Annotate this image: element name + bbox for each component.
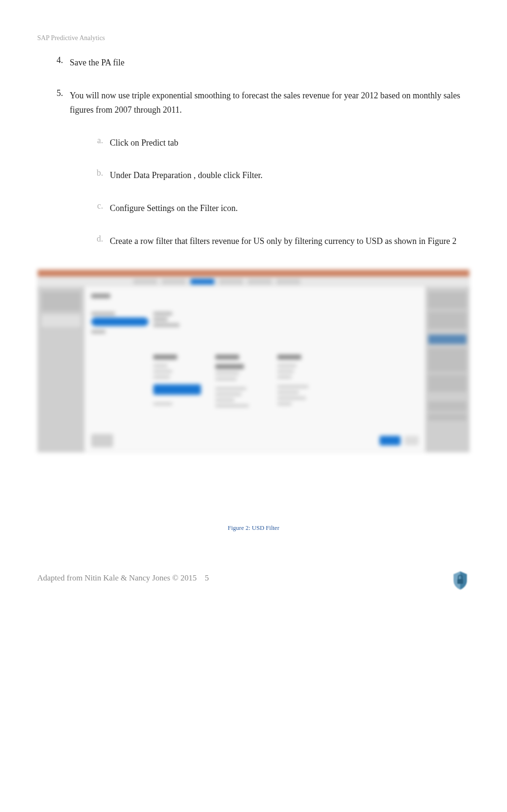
header-label: SAP Predictive Analytics (37, 34, 470, 42)
window-titlebar (38, 270, 469, 276)
col-line (215, 404, 249, 407)
tab[interactable] (248, 279, 272, 285)
svg-rect-0 (457, 579, 463, 584)
col-line (215, 372, 239, 375)
col-line (277, 402, 292, 405)
step-text: You will now use triple exponential smoo… (70, 88, 470, 117)
col-line (277, 391, 299, 394)
footer-credit: Adapted from Nitin Kale & Nancy Jones © … (37, 573, 209, 582)
text-line (91, 312, 115, 316)
text-line (153, 323, 180, 327)
col-line (277, 370, 294, 373)
app-tabs (38, 276, 469, 287)
col-line (153, 370, 172, 373)
panel-block[interactable] (428, 375, 466, 392)
panel-block[interactable] (428, 312, 466, 329)
figure-2-container: Figure 2: USD Filter (37, 269, 470, 532)
cancel-button[interactable] (404, 436, 419, 445)
col-head (153, 355, 177, 359)
dialog-footer (91, 434, 419, 447)
sub-step-b: b. Under Data Preparation , double click… (94, 168, 470, 183)
footer-control[interactable] (91, 434, 113, 447)
ok-button[interactable] (380, 436, 401, 445)
shield-icon (451, 570, 470, 591)
sub-list: a. Click on Predict tab b. Under Data Pr… (70, 136, 470, 248)
page-footer: Adapted from Nitin Kale & Nancy Jones © … (37, 567, 470, 583)
col-line (277, 364, 296, 367)
col-line (215, 387, 246, 390)
text-line (91, 330, 106, 334)
col-line (277, 385, 308, 388)
col-line (153, 376, 170, 379)
col-line (153, 364, 168, 367)
panel-block[interactable] (428, 414, 466, 421)
panel-block[interactable] (428, 292, 466, 309)
panel-block[interactable] (428, 335, 466, 344)
sub-text: Under Data Preparation , double click Fi… (110, 168, 263, 183)
panel-block[interactable] (428, 348, 466, 372)
filter-col (153, 355, 206, 410)
filter-columns (153, 355, 419, 410)
sub-text: Create a row filter that filters revenue… (110, 234, 456, 249)
sub-step-a: a. Click on Predict tab (94, 136, 470, 150)
tab-predict[interactable] (190, 279, 214, 285)
col-head (215, 355, 239, 359)
footer-credit-text: Adapted from Nitin Kale & Nancy Jones © … (37, 573, 197, 582)
step-text: Save the PA file (70, 55, 125, 70)
apply-button[interactable] (153, 384, 201, 395)
tab[interactable] (133, 279, 157, 285)
step-number: 5. (51, 88, 63, 267)
document-page: SAP Predictive Analytics 4. Save the PA … (0, 0, 507, 551)
col-line (215, 364, 244, 369)
tab[interactable] (276, 279, 300, 285)
col-line (153, 402, 172, 405)
filter-label (91, 294, 110, 298)
filter-chip[interactable] (91, 317, 148, 326)
col-line (277, 397, 306, 400)
filter-col (277, 355, 330, 410)
tab[interactable] (219, 279, 243, 285)
filter-col (215, 355, 268, 410)
sub-letter: a. (94, 136, 103, 150)
text-line (153, 317, 168, 321)
col-head (277, 355, 301, 359)
panel-block[interactable] (42, 315, 81, 327)
figure-2-screenshot (37, 269, 470, 453)
sub-step-d: d. Create a row filter that filters reve… (94, 234, 470, 249)
panel-block[interactable] (428, 401, 466, 411)
sub-step-c: c. Configure Settings on the Filter icon… (94, 201, 470, 216)
panel-block[interactable] (42, 292, 81, 311)
app-body (38, 287, 469, 452)
sub-letter: b. (94, 168, 103, 183)
right-panel (425, 287, 469, 452)
tab[interactable] (162, 279, 186, 285)
sub-text: Configure Settings on the Filter icon. (110, 201, 238, 216)
col-line (215, 399, 234, 401)
sub-text: Click on Predict tab (110, 136, 178, 150)
ordered-list: 4. Save the PA file 5. You will now use … (37, 55, 470, 266)
sub-letter: c. (94, 201, 103, 216)
step-number: 4. (51, 55, 63, 70)
col-line (277, 376, 292, 379)
left-panel (38, 287, 84, 452)
step-5: 5. You will now use triple exponential s… (51, 88, 470, 267)
main-panel (84, 287, 425, 452)
sub-letter: d. (94, 234, 103, 249)
col-line (215, 393, 242, 396)
step-4: 4. Save the PA file (51, 55, 470, 70)
footer-page-number: 5 (205, 573, 209, 582)
text-line (153, 312, 172, 316)
figure-caption: Figure 2: USD Filter (37, 524, 470, 532)
col-line (215, 378, 237, 380)
